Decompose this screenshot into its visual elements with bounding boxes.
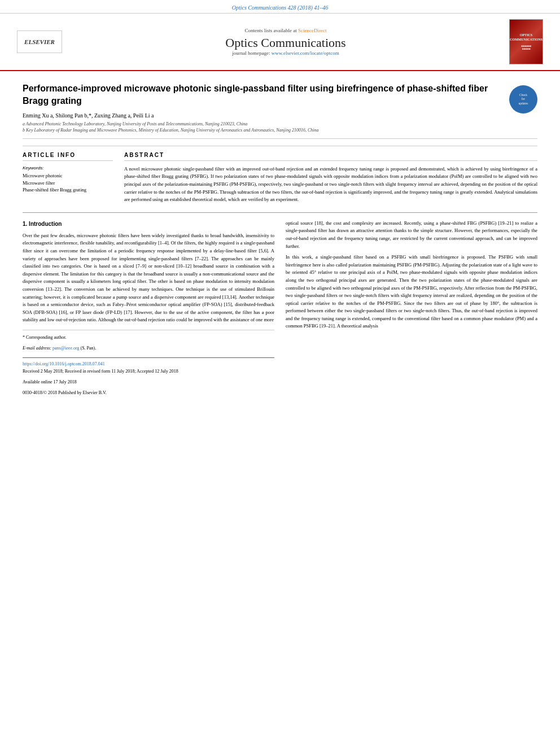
elsevier-logo: ELSEVIER <box>17 30 62 53</box>
journal-header: Optics Communications 428 (2018) 41–46 <box>0 0 560 14</box>
received-dates: Received 2 May 2018; Received in revised… <box>23 368 274 375</box>
keywords-label: Keywords: <box>23 165 113 171</box>
abstract-heading: ABSTRACT <box>124 152 537 161</box>
intro-para2: optical source [18], the cost and comple… <box>286 220 537 250</box>
journal-citation: Optics Communications 428 (2018) 41–46 <box>232 5 329 11</box>
journal-title: Optics Communications <box>62 36 509 50</box>
article-info-abstract-section: ARTICLE INFO Keywords: Microwave photoni… <box>23 146 537 204</box>
footnote-section: * Corresponding author. E-mail address: … <box>23 330 274 352</box>
keyword-1: Microwave photonic <box>23 172 113 180</box>
main-body: 1. Introduction Over the past few decade… <box>23 212 537 400</box>
header-left: ELSEVIER <box>17 30 62 53</box>
affiliation-a: a Advanced Photonic Technology Laborator… <box>23 121 501 126</box>
paper-title-section: Performance-improved microwave photonic … <box>23 82 537 139</box>
doi-section: https://doi.org/10.1016/j.optcom.2018.07… <box>23 357 274 396</box>
email-link[interactable]: pans@ieee.org <box>53 346 79 351</box>
body-col-left: 1. Introduction Over the past few decade… <box>23 220 274 400</box>
intro-heading: 1. Introduction <box>23 220 274 229</box>
available-online: Available online 17 July 2018 <box>23 379 274 386</box>
homepage: journal homepage: www.elsevier.com/locat… <box>62 50 509 56</box>
journal-name-center: Contents lists available at ScienceDirec… <box>62 28 509 56</box>
cover-text: OPTICSCOMMUNICATIONS <box>510 33 542 42</box>
email-note: E-mail address: pans@ieee.org (S. Pan). <box>23 345 274 352</box>
copyright: 0030-4018/© 2018 Published by Elsevier B… <box>23 390 274 397</box>
check-updates-badge: Checkforupdates <box>509 85 537 113</box>
doi-link[interactable]: https://doi.org/10.1016/j.optcom.2018.07… <box>23 361 105 366</box>
paper-authors: Enming Xu a, Shilong Pan b,*, Zuxing Zha… <box>23 112 501 119</box>
intro-para1: Over the past few decades, microwave pho… <box>23 232 274 324</box>
sciencedirect-link[interactable]: ScienceDirect <box>298 28 326 33</box>
abstract-text: A novel microwave photonic single-passba… <box>124 165 537 204</box>
homepage-link[interactable]: www.elsevier.com/locate/optcom <box>272 50 339 56</box>
paper-content: Performance-improved microwave photonic … <box>0 71 560 412</box>
journal-cover: OPTICSCOMMUNICATIONS ■■■■■■ ■■■■■ <box>509 19 543 64</box>
abstract-section: ABSTRACT A novel microwave photonic sing… <box>124 152 537 204</box>
body-col-right: optical source [18], the cost and comple… <box>286 220 537 400</box>
affiliation-b: b Key Laboratory of Radar Imaging and Mi… <box>23 128 501 133</box>
corresponding-note: * Corresponding author. <box>23 334 274 342</box>
article-info-heading: ARTICLE INFO <box>23 152 113 161</box>
paper-title-text: Performance-improved microwave photonic … <box>23 82 501 133</box>
contents-text: Contents lists available at ScienceDirec… <box>62 28 509 33</box>
intro-para3: In this work, a single-passband filter b… <box>286 254 537 330</box>
paper-title: Performance-improved microwave photonic … <box>23 82 501 108</box>
keyword-2: Microwave filter <box>23 180 113 187</box>
author-affiliations: a Advanced Photonic Technology Laborator… <box>23 121 501 133</box>
keyword-3: Phase-shifted fiber Bragg grating <box>23 186 113 194</box>
two-col-body: 1. Introduction Over the past few decade… <box>23 220 537 400</box>
article-info: ARTICLE INFO Keywords: Microwave photoni… <box>23 152 113 204</box>
header-bar: ELSEVIER Contents lists available at Sci… <box>0 14 560 71</box>
